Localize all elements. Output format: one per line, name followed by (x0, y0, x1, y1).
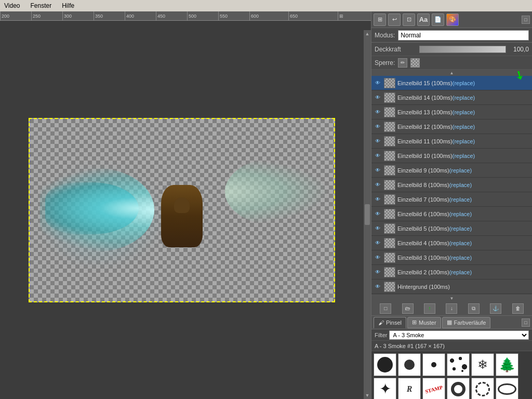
layer-visibility-toggle[interactable]: 👁 (374, 123, 382, 131)
panel-collapse-button[interactable]: □ (522, 16, 530, 24)
layer-item[interactable]: 👁Einzelbild 7 (100ms)(replace) (371, 192, 532, 207)
ruler-tick: 200 (0, 11, 9, 21)
layer-visibility-toggle[interactable]: 👁 (374, 239, 382, 247)
layer-item[interactable]: 👁Einzelbild 6 (100ms)(replace) (371, 207, 532, 221)
layers-scroll-down[interactable]: ▼ (371, 295, 532, 301)
move-down-btn[interactable]: ↓ (446, 303, 457, 314)
layer-item[interactable]: 👁Einzelbild 14 (100ms)(replace) (371, 90, 532, 105)
new-doc-toolbar-btn[interactable]: 📄 (432, 14, 444, 26)
ruler-tick: 450 (156, 11, 165, 21)
filter-dropdown[interactable]: A - 3 Smoke Basic Calligraphy (389, 330, 529, 340)
brushes-collapse-btn[interactable]: □ (522, 318, 530, 327)
menu-hilfe[interactable]: Hilfe (60, 1, 76, 10)
layer-visibility-toggle[interactable]: 👁 (374, 94, 382, 102)
new-layer-btn[interactable]: □ (380, 303, 391, 314)
layer-item[interactable]: 👁Einzelbild 3 (100ms)(replace) (371, 250, 532, 265)
layer-item[interactable]: 👁Einzelbild 9 (100ms)(replace) (371, 163, 532, 178)
layer-visibility-toggle[interactable]: 👁 (374, 152, 382, 160)
tab-muster[interactable]: ⊞ Muster (407, 317, 441, 328)
layer-item[interactable]: 👁Einzelbild 11 (100ms)(replace) (371, 134, 532, 149)
layer-item[interactable]: 👁Einzelbild 12 (100ms)(replace) (371, 119, 532, 134)
delete-btn[interactable]: 🗑 (512, 303, 524, 314)
layer-visibility-toggle[interactable]: 👁 (374, 181, 382, 189)
brush-item[interactable]: ❄ (471, 353, 494, 376)
layer-thumbnail (384, 107, 395, 117)
filter-row: Filter A - 3 Smoke Basic Calligraphy (371, 329, 532, 341)
layer-name-text: Einzelbild 8 (100ms)(replace) (397, 182, 530, 188)
layer-visibility-toggle[interactable]: 👁 (374, 268, 382, 276)
brush-set-name: A - 3 Smoke #1 (167 × 167) (375, 343, 445, 349)
layer-thumbnail (384, 136, 395, 147)
tab-farbverlaufe[interactable]: ▦ Farbverläufe (442, 317, 491, 328)
color-toolbar-btn[interactable]: 🎨 (446, 14, 459, 26)
sperre-checker-btn[interactable] (410, 58, 420, 68)
layer-item[interactable]: 👁Einzelbild 15 (100ms)(replace) (371, 76, 532, 90)
brush-item[interactable] (471, 378, 494, 399)
layer-visibility-toggle[interactable]: 👁 (374, 79, 382, 87)
text-toolbar-btn[interactable]: Aa (417, 14, 430, 26)
deckkraft-progress-bar[interactable] (419, 46, 506, 53)
layer-thumbnail (384, 252, 395, 263)
layer-name-text: Einzelbild 14 (100ms)(replace) (397, 95, 530, 101)
layer-visibility-toggle[interactable]: 👁 (374, 254, 382, 262)
layers-toolbar-btn[interactable]: ⊞ (374, 14, 386, 26)
layers-list[interactable]: 👁Einzelbild 15 (100ms)(replace)👁Einzelbi… (371, 76, 532, 295)
layer-thumbnail (384, 267, 395, 277)
history-toolbar-btn[interactable]: ⊡ (403, 14, 415, 26)
brush-item[interactable] (398, 353, 421, 376)
layer-item[interactable]: 👁Einzelbild 13 (100ms)(replace) (371, 105, 532, 119)
layer-thumbnail (384, 122, 395, 132)
menu-video[interactable]: Video (2, 1, 22, 10)
layer-item[interactable]: 👁Einzelbild 8 (100ms)(replace) (371, 178, 532, 192)
sperre-pencil-btn[interactable]: ✏ (398, 58, 407, 68)
canvas-image[interactable] (29, 118, 335, 302)
undo-toolbar-btn[interactable]: ↩ (388, 14, 401, 26)
layer-thumbnail (384, 194, 395, 205)
layer-item[interactable]: 👁Einzelbild 4 (100ms)(replace) (371, 236, 532, 250)
layer-thumbnail (384, 282, 395, 292)
layer-item[interactable]: 👁Einzelbild 5 (100ms)(replace) (371, 221, 532, 236)
ruler-tick: 500 (187, 11, 196, 21)
canvas-content[interactable] (0, 21, 364, 399)
menu-fenster[interactable]: Fenster (28, 1, 54, 10)
canvas-vertical-scrollbar[interactable]: ▲ ▼ (364, 30, 371, 399)
brush-item[interactable] (447, 353, 470, 376)
layer-visibility-toggle[interactable]: 👁 (374, 108, 382, 116)
anchor-btn[interactable]: ⚓ (490, 303, 501, 314)
layer-item[interactable]: 👁Einzelbild 10 (100ms)(replace) (371, 149, 532, 163)
brush-item[interactable]: 🌲 (496, 353, 518, 376)
brush-item[interactable]: STAMP (422, 378, 445, 399)
brush-item[interactable]: R (398, 378, 421, 399)
layers-scroll-container: ▲ 👁Einzelbild 15 (100ms)(replace)👁Einzel… (371, 70, 532, 301)
left-wing-feathers (45, 182, 139, 234)
layer-visibility-toggle[interactable]: 👁 (374, 224, 382, 233)
brush-item[interactable] (447, 378, 470, 399)
brush-item[interactable] (422, 353, 445, 376)
ruler-tick: ⊞ (338, 11, 343, 21)
main-layout: 200 250 300 350 400 450 500 550 600 650 … (0, 11, 532, 399)
duplicate-btn[interactable]: ⧉ (468, 303, 480, 314)
brushes-grid[interactable]: ❄ 🌲 ✦ R STAMP (371, 351, 532, 399)
layer-action-buttons: □ 🗁 ↑ ↓ ⧉ ⚓ 🗑 (371, 301, 532, 316)
layer-visibility-toggle[interactable]: 👁 (374, 283, 382, 291)
layer-visibility-toggle[interactable]: 👁 (374, 195, 382, 204)
layer-visibility-toggle[interactable]: 👁 (374, 137, 382, 145)
deckkraft-row: Deckkraft 100,0 ➘ (371, 43, 532, 56)
tab-pinsel[interactable]: 🖌 Pinsel (374, 317, 406, 328)
layer-name-text: Hintergrund (100ms) (397, 284, 530, 290)
layer-item[interactable]: 👁Hintergrund (100ms) (371, 280, 532, 294)
move-up-btn[interactable]: ↑ (424, 303, 435, 314)
brush-item[interactable] (496, 378, 518, 399)
new-folder-btn[interactable]: 🗁 (402, 303, 414, 314)
brush-item[interactable]: ✦ (374, 378, 396, 399)
right-panel: ⊞ ↩ ⊡ Aa 📄 🎨 □ Modus: Normal Multiplizie… (371, 11, 532, 399)
modus-dropdown[interactable]: Normal Multiplizieren Überblenden Aufhel… (398, 30, 529, 41)
canvas-art-display (30, 119, 334, 301)
brush-item[interactable] (374, 353, 396, 376)
layer-visibility-toggle[interactable]: 👁 (374, 210, 382, 218)
layer-item[interactable]: 👁Einzelbild 2 (100ms)(replace) (371, 265, 532, 280)
layer-thumbnail (384, 180, 395, 190)
layers-scroll-up[interactable]: ▲ (371, 70, 532, 76)
layer-visibility-toggle[interactable]: 👁 (374, 166, 382, 175)
layer-name-text: Einzelbild 2 (100ms)(replace) (397, 269, 530, 275)
